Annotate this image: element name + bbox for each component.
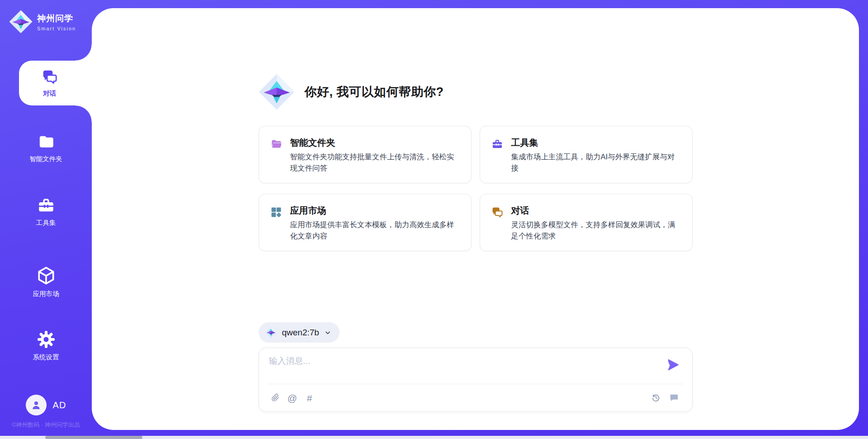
card-description: 智能文件夹功能支持批量文件上传与清洗，轻松实现文件问答 [290,151,458,174]
greeting-block: 你好, 我可以如何帮助你? [259,74,693,110]
greeting-title: 你好, 我可以如何帮助你? [305,84,444,100]
folder-open-icon [270,138,283,150]
chat-bubbles-icon [41,68,58,86]
history-button[interactable] [650,391,662,404]
mention-button[interactable]: @ [286,391,299,404]
model-diamond-icon [265,326,277,339]
sidebar-item-app-market[interactable]: 应用市场 [0,265,92,298]
at-sign-icon: @ [288,393,297,403]
app-subtitle: Smart Vision [37,26,76,31]
sidebar-item-label: 系统设置 [33,353,59,362]
app-title: 神州问学 [37,13,76,24]
folder-icon [37,133,56,151]
chat-bubbles-icon [491,206,504,219]
chevron-down-icon [324,329,331,336]
main-panel: 你好, 我可以如何帮助你? 智能文件夹 智能文件夹功能支持批量文件上传与清洗，轻… [92,8,859,430]
sidebar-item-chat[interactable]: 对话 [19,61,92,105]
copyright-text: ©神州数码 · 神州问学出品 [0,421,92,429]
feature-cards: 智能文件夹 智能文件夹功能支持批量文件上传与清洗，轻松实现文件问答 工具集 集成… [259,126,693,251]
comment-button[interactable] [668,391,680,404]
attach-file-button[interactable] [269,391,282,404]
composer-divider [268,384,683,384]
person-icon [30,399,42,411]
sidebar-item-settings[interactable]: 系统设置 [0,329,92,362]
sidebar-item-label: 对话 [43,89,56,98]
grid-icon [270,206,283,219]
model-name: qwen2:7b [282,328,319,338]
card-smart-folder[interactable]: 智能文件夹 智能文件夹功能支持批量文件上传与清洗，轻松实现文件问答 [259,126,472,183]
sidebar-item-label: 工具集 [36,219,56,227]
send-icon [666,358,680,372]
horizontal-scrollbar[interactable] [0,436,868,439]
card-title: 工具集 [511,137,538,149]
brand-diamond-icon [9,10,33,33]
assistant-diamond-icon [259,74,295,110]
toolbox-icon [491,138,504,150]
hashtag-icon: # [307,393,312,403]
send-button[interactable] [666,358,680,372]
card-app-market[interactable]: 应用市场 应用市场提供丰富长文本模板，助力高效生成多样化文章内容 [259,194,472,251]
scrollbar-thumb[interactable] [45,436,142,439]
brand-logo: 神州问学 Smart Vision [9,10,76,33]
card-title: 应用市场 [290,205,326,217]
card-description: 灵活切换多模型文件，支持多样回复效果调试，满足个性化需求 [511,219,679,242]
model-selector[interactable]: qwen2:7b [259,322,340,343]
history-icon [651,393,661,403]
user-name: AD [53,400,66,410]
card-description: 应用市场提供丰富长文本模板，助力高效生成多样化文章内容 [290,219,458,242]
composer-toolbar: @ # [269,390,680,406]
card-title: 对话 [511,205,529,217]
sidebar-item-label: 应用市场 [33,290,59,298]
user-account[interactable]: AD [0,395,92,415]
sidebar-item-smart-folder[interactable]: 智能文件夹 [0,133,92,163]
card-toolset[interactable]: 工具集 集成市场上主流工具，助力AI与外界无缝扩展与对接 [480,126,693,183]
toolbox-icon [36,196,56,215]
comment-icon [669,393,679,403]
sidebar-item-label: 智能文件夹 [29,155,62,163]
cube-icon [36,265,57,286]
avatar [26,395,47,415]
message-input[interactable] [269,355,658,382]
sidebar: 神州问学 Smart Vision 对话 智能文件夹 工具集 [0,0,92,439]
paperclip-icon [271,393,280,403]
gear-icon [36,329,56,349]
card-title: 智能文件夹 [290,137,335,149]
message-composer: @ # [259,348,693,412]
card-chat[interactable]: 对话 灵活切换多模型文件，支持多样回复效果调试，满足个性化需求 [480,194,693,251]
hashtag-button[interactable]: # [303,391,316,404]
card-description: 集成市场上主流工具，助力AI与外界无缝扩展与对接 [511,151,679,174]
sidebar-item-toolset[interactable]: 工具集 [0,196,92,227]
